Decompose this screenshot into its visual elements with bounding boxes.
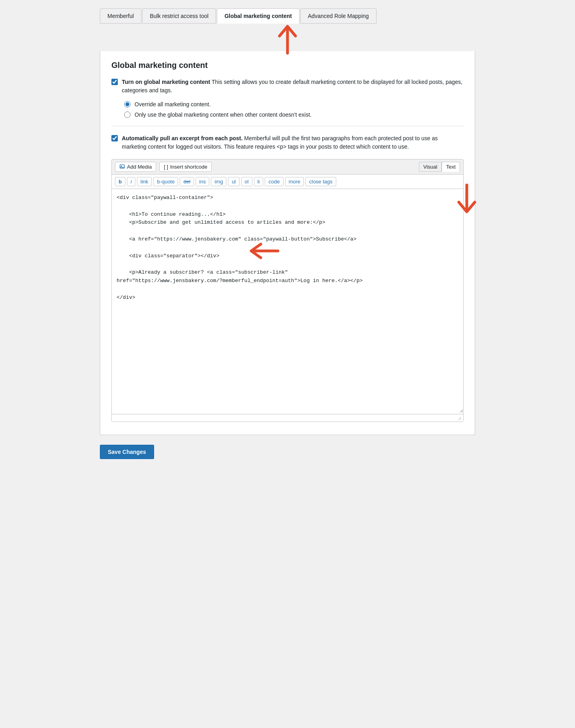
format-close-tags[interactable]: close tags	[305, 177, 336, 186]
format-more[interactable]: more	[285, 177, 304, 186]
resize-icon: ⊿	[458, 415, 462, 421]
visual-tab[interactable]: Visual	[419, 162, 442, 172]
format-ol[interactable]: ol	[241, 177, 252, 186]
content-textarea[interactable]: <div class="paywall-container"> <h1>To c…	[112, 189, 463, 413]
auto-excerpt-checkbox[interactable]	[111, 135, 118, 141]
add-media-icon	[119, 164, 125, 170]
format-img[interactable]: img	[211, 177, 226, 186]
format-link[interactable]: link	[137, 177, 152, 186]
arrow-up-annotation	[100, 23, 475, 55]
editor-wrapper: Add Media [ ] Insert shortcode Visual Te…	[111, 159, 464, 422]
text-tab[interactable]: Text	[442, 162, 460, 172]
auto-excerpt-row: Automatically pull an excerpt from each …	[111, 134, 464, 151]
format-bquote[interactable]: b-quote	[153, 177, 178, 186]
radio-only[interactable]	[124, 111, 131, 118]
insert-shortcode-button[interactable]: [ ] Insert shortcode	[159, 162, 212, 172]
format-ins[interactable]: ins	[196, 177, 210, 186]
arrow-down-annotation	[455, 183, 479, 216]
editor-top-bar: Add Media [ ] Insert shortcode Visual Te…	[112, 159, 463, 175]
radio-group: Override all marketing content. Only use…	[124, 101, 464, 118]
radio-override[interactable]	[124, 101, 131, 107]
format-del[interactable]: del	[180, 177, 194, 186]
tab-bulk-restrict[interactable]: Bulk restrict access tool	[142, 8, 216, 24]
radio-override-label: Override all marketing content.	[135, 101, 211, 107]
format-bold[interactable]: b	[115, 177, 125, 186]
panel-title: Global marketing content	[111, 61, 464, 70]
arrow-left-annotation	[248, 241, 280, 262]
radio-override-row: Override all marketing content.	[124, 101, 464, 107]
tab-advanced-role[interactable]: Advanced Role Mapping	[300, 8, 377, 24]
turn-on-marketing-checkbox[interactable]	[111, 79, 118, 85]
section-divider	[111, 126, 464, 126]
tab-memberful[interactable]: Memberful	[100, 8, 141, 24]
auto-excerpt-label: Automatically pull an excerpt from each …	[122, 134, 464, 151]
panel: Global marketing content Turn on global …	[100, 51, 475, 435]
tab-global-marketing[interactable]: Global marketing content	[217, 8, 299, 24]
editor-top-left: Add Media [ ] Insert shortcode	[115, 162, 212, 172]
format-code[interactable]: code	[265, 177, 283, 186]
format-li[interactable]: li	[254, 177, 264, 186]
add-media-button[interactable]: Add Media	[115, 162, 156, 172]
turn-on-marketing-label: Turn on global marketing content This se…	[122, 78, 464, 95]
format-toolbar: b i link b-quote del ins img ul ol li co…	[112, 175, 463, 189]
radio-only-row: Only use the global marketing content wh…	[124, 111, 464, 118]
turn-on-marketing-row: Turn on global marketing content This se…	[111, 78, 464, 95]
format-italic[interactable]: i	[127, 177, 135, 186]
resize-handle: ⊿	[112, 414, 463, 422]
tabs-container: Memberful Bulk restrict access tool Glob…	[100, 8, 475, 23]
save-changes-button[interactable]: Save Changes	[100, 445, 154, 459]
format-ul[interactable]: ul	[228, 177, 239, 186]
editor-tab-group: Visual Text	[419, 162, 460, 172]
radio-only-label: Only use the global marketing content wh…	[135, 111, 311, 118]
